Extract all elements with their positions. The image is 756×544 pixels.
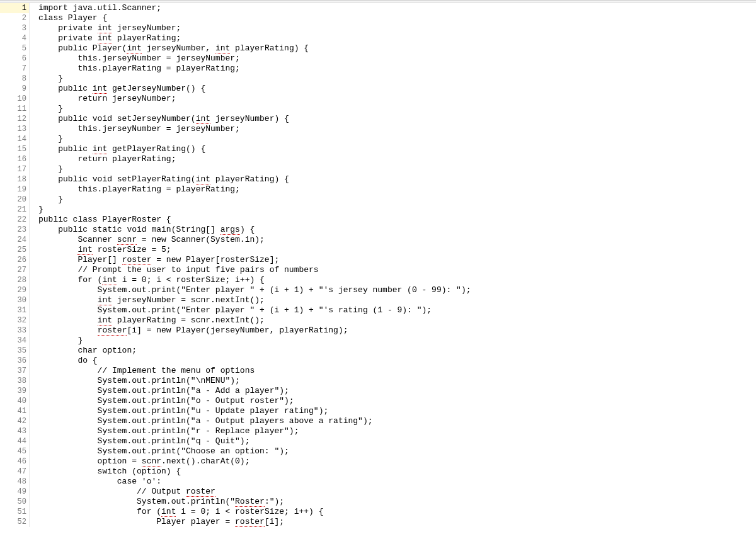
- code-text[interactable]: return playerRating;: [37, 154, 756, 164]
- code-text[interactable]: option = scnr.next().charAt(0);: [37, 456, 756, 467]
- code-line[interactable]: 43 System.out.println("r - Replace playe…: [0, 426, 756, 436]
- code-line[interactable]: 32 int playerRating = scnr.nextInt();: [0, 315, 756, 326]
- code-line[interactable]: 44 System.out.println("q - Quit");: [0, 436, 756, 446]
- code-text[interactable]: System.out.println("r - Replace player")…: [37, 426, 756, 436]
- code-line[interactable]: 27 // Prompt the user to input five pair…: [0, 265, 756, 275]
- code-line[interactable]: 11 }: [0, 104, 756, 114]
- code-line[interactable]: 38 System.out.println("\nMENU");: [0, 376, 756, 386]
- code-line[interactable]: 47 switch (option) {: [0, 467, 756, 477]
- code-text[interactable]: this.playerRating = playerRating;: [37, 64, 756, 74]
- code-text[interactable]: }: [37, 195, 756, 205]
- code-text[interactable]: System.out.print("Enter player " + (i + …: [37, 285, 756, 295]
- code-line[interactable]: 49 // Output roster: [0, 487, 756, 497]
- code-line[interactable]: 31 System.out.print("Enter player " + (i…: [0, 305, 756, 315]
- code-text[interactable]: return jerseyNumber;: [37, 94, 756, 104]
- code-text[interactable]: switch (option) {: [37, 467, 756, 477]
- code-text[interactable]: System.out.println("o - Output roster");: [37, 396, 756, 406]
- code-text[interactable]: int jerseyNumber = scnr.nextInt();: [37, 295, 756, 305]
- code-text[interactable]: public void setPlayerRating(int playerRa…: [37, 174, 756, 184]
- code-text[interactable]: // Output roster: [37, 487, 756, 497]
- code-text[interactable]: }: [37, 164, 756, 174]
- code-text[interactable]: }: [37, 74, 756, 84]
- code-line[interactable]: 40 System.out.println("o - Output roster…: [0, 396, 756, 406]
- code-text[interactable]: private int jerseyNumber;: [37, 23, 756, 33]
- code-text[interactable]: for (int i = 0; i < rosterSize; i++) {: [37, 275, 756, 285]
- code-line[interactable]: 14 }: [0, 134, 756, 144]
- code-text[interactable]: int rosterSize = 5;: [37, 245, 756, 255]
- code-text[interactable]: System.out.print("Enter player " + (i + …: [37, 305, 756, 315]
- code-line[interactable]: 8 }: [0, 74, 756, 84]
- code-line[interactable]: 15 public int getPlayerRating() {: [0, 144, 756, 154]
- code-text[interactable]: }: [37, 134, 756, 144]
- code-line[interactable]: 9 public int getJerseyNumber() {: [0, 84, 756, 94]
- code-text[interactable]: this.playerRating = playerRating;: [37, 184, 756, 195]
- code-text[interactable]: char option;: [37, 346, 756, 356]
- code-line[interactable]: 41 System.out.println("u - Update player…: [0, 406, 756, 416]
- code-line[interactable]: 4 private int playerRating;: [0, 33, 756, 43]
- code-text[interactable]: this.jerseyNumber = jerseyNumber;: [37, 54, 756, 64]
- code-text[interactable]: }: [37, 205, 756, 215]
- code-text[interactable]: Scanner scnr = new Scanner(System.in);: [37, 235, 756, 245]
- code-text[interactable]: Player player = roster[i];: [37, 517, 756, 527]
- code-line[interactable]: 5 public Player(int jerseyNumber, int pl…: [0, 43, 756, 54]
- code-line[interactable]: 46 option = scnr.next().charAt(0);: [0, 456, 756, 467]
- code-text[interactable]: System.out.print("Choose an option: ");: [37, 446, 756, 456]
- code-text[interactable]: int playerRating = scnr.nextInt();: [37, 315, 756, 326]
- code-text[interactable]: System.out.println("\nMENU");: [37, 376, 756, 386]
- code-text[interactable]: System.out.println("a - Add a player");: [37, 386, 756, 396]
- code-text[interactable]: case 'o':: [37, 477, 756, 487]
- code-area[interactable]: 1import java.util.Scanner;2class Player …: [0, 3, 756, 527]
- code-line[interactable]: 28 for (int i = 0; i < rosterSize; i++) …: [0, 275, 756, 285]
- code-text[interactable]: }: [37, 336, 756, 346]
- code-line[interactable]: 22public class PlayerRoster {: [0, 215, 756, 225]
- code-text[interactable]: public static void main(String[] args) {: [37, 225, 756, 235]
- code-line[interactable]: 18 public void setPlayerRating(int playe…: [0, 174, 756, 184]
- code-line[interactable]: 45 System.out.print("Choose an option: "…: [0, 446, 756, 456]
- code-text[interactable]: public int getPlayerRating() {: [37, 144, 756, 154]
- code-line[interactable]: 35 char option;: [0, 346, 756, 356]
- code-line[interactable]: 25 int rosterSize = 5;: [0, 245, 756, 255]
- code-text[interactable]: System.out.println("q - Quit");: [37, 436, 756, 446]
- code-line[interactable]: 7 this.playerRating = playerRating;: [0, 64, 756, 74]
- code-line[interactable]: 12 public void setJerseyNumber(int jerse…: [0, 114, 756, 124]
- code-line[interactable]: 26 Player[] roster = new Player[rosterSi…: [0, 255, 756, 265]
- code-line[interactable]: 50 System.out.println("Roster:");: [0, 497, 756, 507]
- code-line[interactable]: 30 int jerseyNumber = scnr.nextInt();: [0, 295, 756, 305]
- code-text[interactable]: Player[] roster = new Player[rosterSize]…: [37, 255, 756, 265]
- code-line[interactable]: 24 Scanner scnr = new Scanner(System.in)…: [0, 235, 756, 245]
- code-text[interactable]: this.jerseyNumber = jerseyNumber;: [37, 124, 756, 134]
- code-line[interactable]: 36 do {: [0, 356, 756, 366]
- code-text[interactable]: for (int i = 0; i < rosterSize; i++) {: [37, 507, 756, 517]
- code-line[interactable]: 10 return jerseyNumber;: [0, 94, 756, 104]
- code-text[interactable]: public int getJerseyNumber() {: [37, 84, 756, 94]
- code-line[interactable]: 1import java.util.Scanner;: [0, 3, 756, 13]
- code-text[interactable]: System.out.println("u - Update player ra…: [37, 406, 756, 416]
- code-text[interactable]: roster[i] = new Player(jerseyNumber, pla…: [37, 326, 756, 336]
- code-text[interactable]: do {: [37, 356, 756, 366]
- code-text[interactable]: public Player(int jerseyNumber, int play…: [37, 43, 756, 54]
- code-line[interactable]: 6 this.jerseyNumber = jerseyNumber;: [0, 54, 756, 64]
- code-line[interactable]: 3 private int jerseyNumber;: [0, 23, 756, 33]
- code-line[interactable]: 42 System.out.println("a - Output player…: [0, 416, 756, 426]
- code-line[interactable]: 39 System.out.println("a - Add a player"…: [0, 386, 756, 396]
- code-line[interactable]: 21}: [0, 205, 756, 215]
- code-line[interactable]: 23 public static void main(String[] args…: [0, 225, 756, 235]
- code-line[interactable]: 51 for (int i = 0; i < rosterSize; i++) …: [0, 507, 756, 517]
- code-line[interactable]: 2class Player {: [0, 13, 756, 23]
- code-text[interactable]: class Player {: [37, 13, 756, 23]
- code-line[interactable]: 20 }: [0, 195, 756, 205]
- code-text[interactable]: System.out.println("a - Output players a…: [37, 416, 756, 426]
- code-line[interactable]: 33 roster[i] = new Player(jerseyNumber, …: [0, 326, 756, 336]
- code-text[interactable]: // Prompt the user to input five pairs o…: [37, 265, 756, 275]
- code-line[interactable]: 29 System.out.print("Enter player " + (i…: [0, 285, 756, 295]
- code-text[interactable]: public class PlayerRoster {: [37, 215, 756, 225]
- code-line[interactable]: 48 case 'o':: [0, 477, 756, 487]
- code-line[interactable]: 13 this.jerseyNumber = jerseyNumber;: [0, 124, 756, 134]
- code-text[interactable]: }: [37, 104, 756, 114]
- code-line[interactable]: 37 // Implement the menu of options: [0, 366, 756, 376]
- code-text[interactable]: private int playerRating;: [37, 33, 756, 43]
- code-line[interactable]: 52 Player player = roster[i];: [0, 517, 756, 527]
- code-text[interactable]: System.out.println("Roster:");: [37, 497, 756, 507]
- code-line[interactable]: 16 return playerRating;: [0, 154, 756, 164]
- code-line[interactable]: 17 }: [0, 164, 756, 174]
